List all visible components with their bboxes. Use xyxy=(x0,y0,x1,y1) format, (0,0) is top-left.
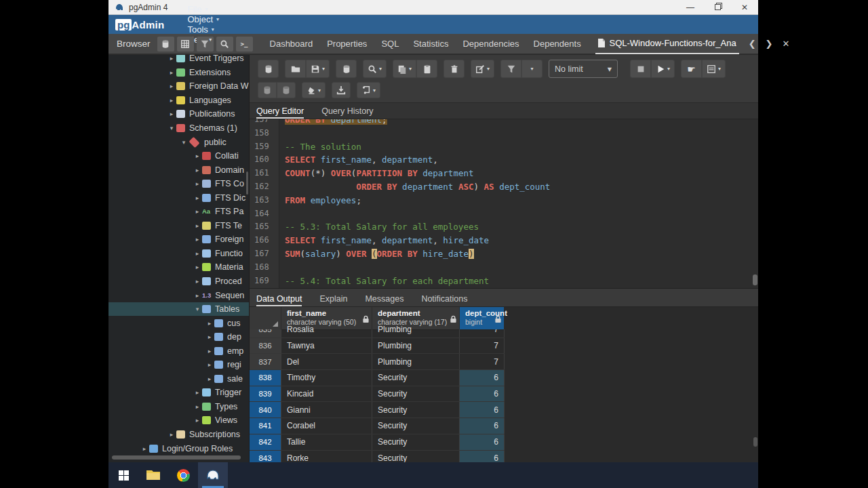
tree-item-materia[interactable]: ▸Materia xyxy=(108,260,249,274)
cell-dept-count[interactable]: 7 xyxy=(460,338,505,354)
cell-dept-count[interactable]: 6 xyxy=(460,402,505,418)
chevron-right-icon[interactable]: ▸ xyxy=(205,333,214,340)
history-list-button[interactable]: ▾ xyxy=(702,60,726,78)
chevron-right-icon[interactable]: ▸ xyxy=(193,264,202,270)
chevron-right-icon[interactable]: ▸ xyxy=(193,180,202,187)
close-button[interactable]: ✕ xyxy=(731,0,758,15)
cell-first-name[interactable]: Corabel xyxy=(281,418,372,434)
tab-query-editor[interactable]: Query Editor xyxy=(256,106,304,119)
cell-dept-count[interactable]: 7 xyxy=(460,354,505,369)
cell-first-name[interactable]: Tallie xyxy=(281,434,372,450)
chrome-button[interactable] xyxy=(168,462,198,488)
cell-first-name[interactable]: Del xyxy=(281,354,372,369)
cell-first-name[interactable]: Tawnya xyxy=(281,338,372,354)
open-file-button[interactable] xyxy=(285,60,306,78)
chevron-right-icon[interactable]: ▸ xyxy=(193,208,202,215)
chevron-right-icon[interactable]: ▸ xyxy=(193,389,202,396)
cell-first-name[interactable]: Rorke xyxy=(281,451,372,463)
cell-department[interactable]: Plumbing xyxy=(372,338,460,354)
stop-button[interactable] xyxy=(630,60,651,78)
cell-dept-count[interactable]: 6 xyxy=(460,451,505,463)
sidebar-vertical-scrollbar[interactable] xyxy=(246,171,248,195)
tab-close-icon[interactable]: ✕ xyxy=(782,39,789,49)
clear-button[interactable]: ▾ xyxy=(302,82,326,98)
tree-item-views[interactable]: ▸Views xyxy=(108,413,249,428)
cell-dept-count[interactable]: 6 xyxy=(460,370,505,386)
column-header-dept_count[interactable]: dept_countbigint xyxy=(460,307,505,329)
tree-item-trigger[interactable]: ▸Trigger xyxy=(108,386,249,400)
tab-scroll-right-icon[interactable]: ❯ xyxy=(766,39,773,49)
tree-item-extensions[interactable]: ▸Extensions xyxy=(108,66,249,80)
chevron-right-icon[interactable]: ▸ xyxy=(193,250,202,257)
edit-button[interactable]: ▾ xyxy=(471,60,494,78)
tab-scroll-left-icon[interactable]: ❮ xyxy=(749,39,756,49)
tab-browser[interactable]: Browser xyxy=(117,39,151,49)
tree-item-fts-te[interactable]: ▸FTS Te xyxy=(108,219,249,233)
select-all-cell[interactable] xyxy=(250,307,281,329)
server-icon[interactable] xyxy=(157,37,174,52)
tree-item-regi[interactable]: ▸regi xyxy=(108,358,249,372)
grid-icon[interactable] xyxy=(177,37,194,52)
cell-department[interactable]: Security xyxy=(372,370,460,386)
chevron-right-icon[interactable]: ▸ xyxy=(167,69,176,76)
cell-department[interactable]: Security xyxy=(372,386,460,402)
explain-button[interactable] xyxy=(258,82,277,98)
row-number-cell[interactable]: 842 xyxy=(250,434,281,450)
chevron-right-icon[interactable]: ▸ xyxy=(167,83,176,89)
menu-object[interactable]: Object▾ xyxy=(188,14,220,24)
chevron-right-icon[interactable]: ▸ xyxy=(167,110,176,117)
tree-item-public[interactable]: ▾public xyxy=(108,135,249,149)
cell-department[interactable]: Plumbing xyxy=(372,354,460,369)
row-limit-select[interactable]: No limit▾ xyxy=(549,60,618,78)
chevron-right-icon[interactable]: ▸ xyxy=(167,55,176,62)
tab-explain[interactable]: Explain xyxy=(319,294,347,306)
paste-button[interactable] xyxy=(416,60,437,78)
tab-dependents[interactable]: Dependents xyxy=(534,39,581,49)
cell-department[interactable]: Security xyxy=(372,451,460,463)
tab-dashboard[interactable]: Dashboard xyxy=(270,39,313,49)
filter-options-button[interactable]: ▾ xyxy=(521,60,542,78)
cell-first-name[interactable]: Gianni xyxy=(281,402,372,418)
delete-button[interactable] xyxy=(443,60,465,78)
tree-item-types[interactable]: ▸Types xyxy=(108,400,249,414)
sidebar-horizontal-scrollbar[interactable] xyxy=(112,455,241,460)
tree-item-fts-dic[interactable]: ▸FTS Dic xyxy=(108,190,249,205)
tree-item-sequen[interactable]: ▸1.3Sequen xyxy=(108,288,249,302)
file-explorer-button[interactable] xyxy=(138,462,168,488)
row-number-cell[interactable]: 838 xyxy=(250,370,281,386)
chevron-right-icon[interactable]: ▸ xyxy=(193,152,202,159)
chevron-right-icon[interactable]: ▸ xyxy=(140,445,149,452)
chevron-down-icon[interactable]: ▾ xyxy=(179,139,189,146)
tree-item-emp[interactable]: ▸emp xyxy=(108,344,249,358)
tree-item-functio[interactable]: ▸Functio xyxy=(108,247,249,261)
chevron-right-icon[interactable]: ▸ xyxy=(193,222,202,229)
chevron-right-icon[interactable]: ▸ xyxy=(193,403,202,410)
grid-scrollbar[interactable] xyxy=(753,437,757,447)
tab-notifications[interactable]: Notifications xyxy=(421,294,467,306)
tab-dependencies[interactable]: Dependencies xyxy=(462,39,519,49)
chevron-right-icon[interactable]: ▸ xyxy=(205,348,214,354)
cell-department[interactable]: Security xyxy=(372,402,460,418)
cell-dept-count[interactable]: 6 xyxy=(460,386,505,402)
tree-item-dep[interactable]: ▸dep xyxy=(108,330,249,344)
tab-query-tool-document[interactable]: SQL-Window-Functions-for_Anal xyxy=(595,34,739,54)
tree-item-languages[interactable]: ▸Languages xyxy=(108,94,249,108)
chevron-down-icon[interactable]: ▾ xyxy=(193,306,202,312)
chevron-right-icon[interactable]: ▸ xyxy=(205,361,214,368)
filter-button[interactable] xyxy=(500,60,521,78)
execute-button[interactable]: ▾ xyxy=(651,60,675,78)
tree-item-cus[interactable]: ▸cus xyxy=(108,316,249,330)
tree-item-fts-pa[interactable]: ▸AaFTS Pa xyxy=(108,205,249,219)
cell-first-name[interactable]: Kincaid xyxy=(281,386,372,402)
menu-file[interactable]: File▾ xyxy=(188,4,220,14)
chevron-right-icon[interactable]: ▸ xyxy=(193,195,202,201)
save-data-changes-button[interactable] xyxy=(336,60,357,78)
chevron-right-icon[interactable]: ▸ xyxy=(193,292,202,299)
row-number-cell[interactable]: 843 xyxy=(250,451,281,463)
tab-statistics[interactable]: Statistics xyxy=(413,39,448,49)
search-icon[interactable] xyxy=(216,37,233,52)
tree-item-foreign-data-w[interactable]: ▸Foreign Data W xyxy=(108,79,249,94)
column-header-first_name[interactable]: first_namecharacter varying (50) xyxy=(281,307,372,329)
chevron-right-icon[interactable]: ▸ xyxy=(193,278,202,285)
cell-department[interactable]: Security xyxy=(372,434,460,450)
